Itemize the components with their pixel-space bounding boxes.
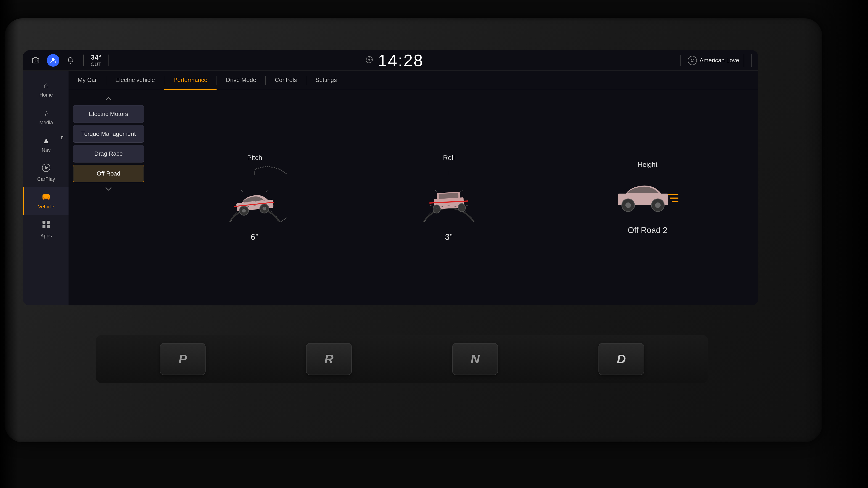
menu-btn-drag-race[interactable]: Drag Race [73, 145, 144, 163]
sidebar-item-media[interactable]: ♪ Media [23, 103, 68, 131]
menu-btn-off-road[interactable]: Off Road [73, 165, 144, 183]
gauge-area: Pitch [149, 90, 758, 305]
svg-point-3 [368, 59, 370, 61]
height-mode: Off Road 2 [628, 226, 667, 235]
neutral-button[interactable]: N [452, 343, 498, 375]
roll-gauge: Roll [417, 154, 481, 242]
pitch-value: 6° [251, 232, 258, 242]
sidebar: ⌂ Home ♪ Media ▲ Nav E [23, 71, 68, 305]
pitch-gauge: Pitch [223, 154, 287, 242]
menu-btn-electric-motors[interactable]: Electric Motors [73, 105, 144, 123]
svg-line-22 [241, 190, 243, 192]
nav-icon: ▲ [42, 136, 51, 145]
tab-electric-vehicle[interactable]: Electric vehicle [106, 71, 164, 90]
content-panel: My Car Electric vehicle Performance Driv… [68, 71, 758, 305]
tab-my-car[interactable]: My Car [68, 71, 106, 90]
status-bar: 34° OUT 14:28 [23, 50, 758, 71]
svg-rect-42 [439, 193, 459, 199]
bell-icon[interactable] [64, 54, 76, 67]
svg-point-1 [52, 58, 55, 61]
svg-line-35 [435, 190, 437, 192]
svg-line-38 [466, 205, 468, 206]
svg-rect-11 [43, 194, 49, 197]
svg-rect-18 [42, 225, 45, 228]
status-center: 14:28 [111, 51, 678, 70]
roll-value: 3° [445, 232, 453, 242]
height-gauge: Height [611, 161, 684, 235]
svg-rect-19 [47, 225, 50, 228]
clock: 14:28 [378, 51, 424, 70]
top-right-dividers [744, 54, 751, 67]
top-vert-line-1 [744, 54, 744, 67]
performance-content: Electric Motors Torque Management Drag R… [68, 90, 758, 305]
sidebar-item-vehicle[interactable]: Vehicle [23, 187, 68, 215]
media-icon: ♪ [44, 108, 49, 118]
media-track-name: American Love [700, 57, 739, 64]
menu-btn-torque-management[interactable]: Torque Management [73, 125, 144, 143]
pitch-label: Pitch [247, 154, 262, 162]
pitch-arc [223, 165, 287, 229]
sidebar-item-nav[interactable]: ▲ Nav E [23, 131, 68, 158]
svg-marker-9 [45, 166, 49, 170]
svg-point-15 [48, 198, 49, 199]
svg-rect-16 [42, 221, 45, 224]
svg-point-50 [655, 202, 660, 208]
home-icon: ⌂ [43, 80, 49, 90]
sidebar-item-home[interactable]: ⌂ Home [23, 75, 68, 103]
sidebar-item-apps[interactable]: Apps [23, 215, 68, 244]
vehicle-icon [41, 192, 51, 202]
gear-selector: P R N D [96, 335, 708, 383]
svg-line-37 [460, 190, 463, 192]
svg-rect-17 [47, 221, 50, 224]
menu-arrow-down[interactable] [73, 185, 144, 193]
menu-list: Electric Motors Torque Management Drag R… [68, 90, 149, 305]
svg-line-34 [429, 205, 432, 206]
svg-point-14 [43, 198, 44, 199]
tab-controls[interactable]: Controls [266, 71, 306, 90]
top-vert-line-2 [751, 54, 751, 67]
height-label: Height [638, 161, 658, 168]
main-content: ⌂ Home ♪ Media ▲ Nav E [23, 71, 758, 305]
outer-bezel: 34° OUT 14:28 [5, 18, 822, 442]
status-divider-1 [83, 55, 84, 66]
drive-button[interactable]: D [598, 343, 644, 375]
apps-icon [41, 220, 51, 231]
temperature-display: 34° OUT [91, 53, 101, 67]
svg-point-48 [625, 202, 631, 208]
svg-point-0 [35, 60, 37, 62]
carplay-icon [41, 163, 51, 174]
profile-icon[interactable] [47, 54, 59, 67]
tab-performance[interactable]: Performance [164, 71, 217, 90]
media-brand-logo: C [688, 56, 697, 65]
svg-point-43 [433, 205, 441, 214]
park-button[interactable]: P [160, 343, 206, 375]
roll-label: Roll [443, 154, 455, 162]
gps-icon [365, 56, 373, 65]
media-info: C American Love [688, 56, 739, 65]
svg-point-44 [458, 203, 466, 212]
status-left-icons: 34° OUT [30, 53, 111, 67]
screen: 34° OUT 14:28 [23, 50, 758, 305]
tab-drive-mode[interactable]: Drive Mode [217, 71, 266, 90]
reverse-button[interactable]: R [306, 343, 352, 375]
tab-settings[interactable]: Settings [306, 71, 346, 90]
media-divider [680, 55, 681, 66]
tab-bar: My Car Electric vehicle Performance Driv… [68, 71, 758, 90]
status-divider-2 [108, 55, 108, 66]
status-right: C American Love [678, 54, 751, 67]
svg-line-24 [266, 190, 269, 192]
height-visual [611, 172, 684, 222]
camera-icon[interactable] [30, 54, 42, 67]
menu-arrow-up[interactable] [73, 95, 144, 103]
roll-arc [417, 165, 481, 229]
sidebar-item-carplay[interactable]: CarPlay [23, 158, 68, 187]
